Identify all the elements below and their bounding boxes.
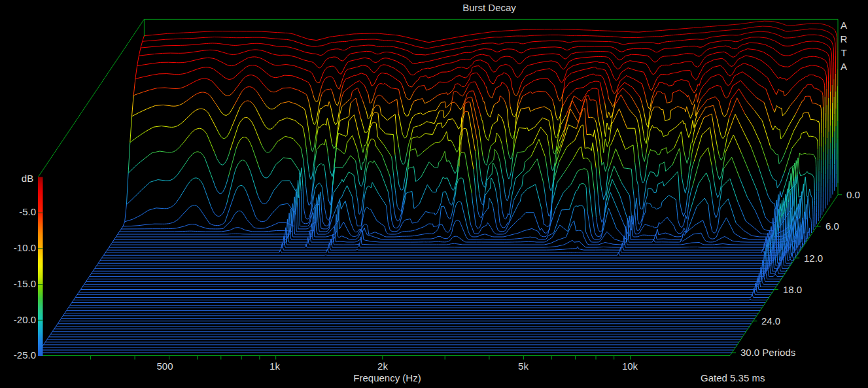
svg-text:-10.0: -10.0 (14, 242, 36, 253)
svg-text:0.0: 0.0 (846, 189, 860, 200)
svg-text:500: 500 (156, 361, 173, 372)
svg-text:T: T (841, 47, 846, 58)
svg-text:5k: 5k (518, 361, 529, 372)
svg-text:Burst Decay: Burst Decay (462, 2, 516, 13)
svg-text:6.0: 6.0 (825, 220, 839, 232)
svg-text:R: R (841, 33, 848, 44)
svg-text:2k: 2k (377, 361, 388, 372)
svg-text:30.0 Periods: 30.0 Periods (740, 347, 795, 358)
svg-text:Frequency (Hz): Frequency (Hz) (353, 372, 421, 383)
svg-text:18.0: 18.0 (783, 284, 802, 295)
svg-text:12.0: 12.0 (804, 253, 823, 264)
svg-text:-25.0: -25.0 (14, 349, 36, 361)
svg-text:dB: dB (22, 173, 33, 184)
svg-text:Gated 5.35 ms: Gated 5.35 ms (701, 372, 765, 383)
svg-text:-15.0: -15.0 (14, 278, 36, 289)
svg-text:-20.0: -20.0 (14, 314, 36, 325)
svg-text:A: A (841, 61, 847, 72)
svg-text:1k: 1k (269, 361, 280, 372)
svg-text:A: A (841, 20, 847, 31)
svg-text:24.0: 24.0 (761, 315, 780, 326)
svg-text:10k: 10k (622, 361, 638, 372)
svg-text:-5.0: -5.0 (19, 206, 36, 217)
